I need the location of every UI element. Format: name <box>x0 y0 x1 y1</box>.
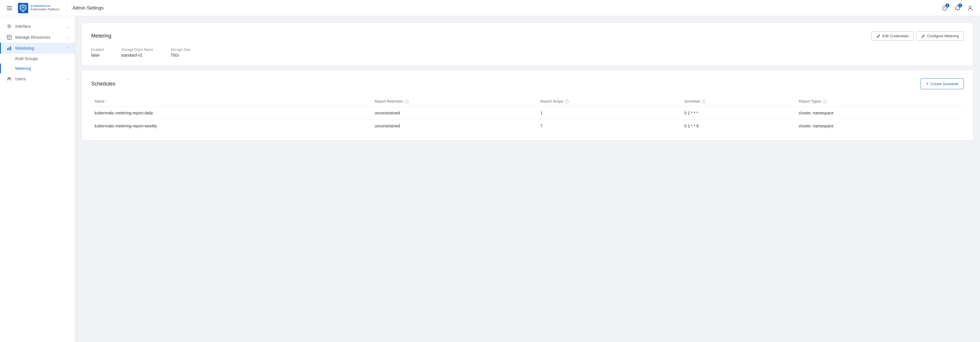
table-icon <box>6 35 12 40</box>
updates-button[interactable]: 2 <box>940 3 950 13</box>
menu-button[interactable] <box>5 4 14 13</box>
cell-retention-0: unconstrained <box>371 107 537 120</box>
report-types-info-icon[interactable]: i <box>823 99 827 104</box>
storage-class-value: standard-v2 <box>121 53 142 58</box>
svg-point-3 <box>9 26 10 27</box>
sidebar-item-users-label: Users <box>15 77 63 81</box>
sidebar-item-monitoring-label: Monitoring <box>15 46 63 51</box>
people-icon <box>6 76 12 82</box>
cell-types-1: cluster, namespace <box>795 120 964 133</box>
cell-schedule-1: 0 1 * * 6 <box>681 120 795 133</box>
sidebar: Interface ⌄ Manage Resources ⌄ <box>0 16 75 342</box>
cell-types-0: cluster, namespace <box>795 107 964 120</box>
metering-card-header: Metering Edit Credentials Configure Mete… <box>91 31 964 41</box>
schedules-card-header: Schedules + Create Schedule <box>91 78 964 89</box>
table-row: kubermatic-metering-report-daily unconst… <box>91 107 964 120</box>
edit-icon <box>877 34 880 38</box>
sidebar-item-manage-resources-label: Manage Resources <box>15 35 63 40</box>
svg-rect-9 <box>10 46 11 50</box>
page-title: Admin Settings <box>72 5 103 11</box>
svg-rect-7 <box>7 48 8 50</box>
schedule-info-icon[interactable]: i <box>702 99 706 104</box>
col-report-scope: Report Scope i <box>537 96 681 107</box>
notifications-button[interactable]: 1 <box>952 3 963 13</box>
sidebar-item-rule-groups[interactable]: Rule Groups <box>0 54 75 64</box>
sidebar-item-interface[interactable]: Interface ⌄ <box>0 21 75 32</box>
user-icon <box>967 5 973 11</box>
storage-size-label: Storage Size <box>170 48 190 52</box>
brand-name: KUBERMATIC <box>30 5 59 8</box>
table-header-row: Name ↑ Report Retention i <box>91 96 964 107</box>
col-report-retention: Report Retention i <box>371 96 537 107</box>
chevron-up-icon: ⌃ <box>66 46 69 50</box>
sort-asc-icon: ↑ <box>106 100 107 103</box>
svg-point-2 <box>969 6 971 8</box>
logo-area: KUBERMATIC Kubernetes Platform <box>18 3 59 13</box>
metering-title: Metering <box>91 33 111 39</box>
logo-text: KUBERMATIC Kubernetes Platform <box>30 5 59 11</box>
header-divider <box>66 4 67 13</box>
notifications-badge: 1 <box>958 3 962 8</box>
metering-info: Enabled false Storage Class Name standar… <box>91 48 964 58</box>
cell-retention-1: unconstrained <box>371 120 537 133</box>
svg-point-10 <box>8 77 10 79</box>
svg-rect-4 <box>7 35 11 39</box>
main-content: Metering Edit Credentials Configure Mete… <box>75 16 980 342</box>
user-button[interactable] <box>965 3 975 13</box>
sidebar-item-users[interactable]: Users ⌄ <box>0 74 75 84</box>
col-name: Name ↑ <box>91 96 371 107</box>
product-name: Kubernetes Platform <box>30 8 59 11</box>
storage-class-label: Storage Class Name <box>121 48 153 52</box>
cell-name-1: kubermatic-metering-report-weekly <box>91 120 371 133</box>
top-header: KUBERMATIC Kubernetes Platform Admin Set… <box>0 0 980 16</box>
sidebar-item-monitoring[interactable]: Monitoring ⌃ <box>0 43 75 54</box>
kubermatic-logo <box>18 3 28 13</box>
cell-name-0: kubermatic-metering-report-daily <box>91 107 371 120</box>
plus-icon: + <box>926 81 929 86</box>
cell-schedule-0: 0 1 * * * <box>681 107 795 120</box>
schedules-card: Schedules + Create Schedule Name ↑ <box>82 70 973 141</box>
col-schedule: Schedule i <box>681 96 795 107</box>
schedules-title: Schedules <box>91 81 115 87</box>
layout: Interface ⌄ Manage Resources ⌄ <box>0 16 980 342</box>
sidebar-item-interface-label: Interface <box>15 24 63 29</box>
configure-metering-button[interactable]: Configure Metering <box>916 31 964 41</box>
metering-card: Metering Edit Credentials Configure Mete… <box>82 23 973 66</box>
sidebar-item-rule-groups-label: Rule Groups <box>15 56 38 61</box>
report-scope-info-icon[interactable]: i <box>565 99 569 104</box>
chevron-down-icon: ⌄ <box>66 35 69 39</box>
svg-rect-8 <box>9 47 10 50</box>
storage-size-value: 75Gi <box>170 53 179 58</box>
configure-icon <box>921 34 925 38</box>
chevron-down-icon: ⌄ <box>66 77 69 81</box>
enabled-group: Enabled false <box>91 48 104 58</box>
header-actions: 2 1 <box>940 3 975 13</box>
enabled-label: Enabled <box>91 48 104 52</box>
enabled-value: false <box>91 53 100 58</box>
create-schedule-label: Create Schedule <box>931 82 958 86</box>
edit-credentials-label: Edit Credentials <box>882 34 909 38</box>
metering-header-buttons: Edit Credentials Configure Metering <box>872 31 964 41</box>
chart-icon <box>6 46 12 51</box>
configure-metering-label: Configure Metering <box>927 34 959 38</box>
storage-class-group: Storage Class Name standard-v2 <box>121 48 153 58</box>
schedules-table: Name ↑ Report Retention i <box>91 96 964 132</box>
updates-badge: 2 <box>945 3 950 8</box>
report-retention-info-icon[interactable]: i <box>405 99 409 104</box>
storage-size-group: Storage Size 75Gi <box>170 48 190 58</box>
sidebar-item-metering-label: Metering <box>15 66 31 71</box>
edit-credentials-button[interactable]: Edit Credentials <box>872 31 914 41</box>
chevron-down-icon: ⌄ <box>66 24 69 28</box>
cell-scope-1: 7 <box>537 120 681 133</box>
create-schedule-button[interactable]: + Create Schedule <box>921 78 964 89</box>
col-report-types: Report Types i <box>795 96 964 107</box>
svg-point-11 <box>10 77 11 78</box>
sidebar-item-manage-resources[interactable]: Manage Resources ⌄ <box>0 32 75 43</box>
sidebar-item-metering[interactable]: Metering <box>0 64 75 74</box>
gear-icon <box>6 24 12 29</box>
table-row: kubermatic-metering-report-weekly uncons… <box>91 120 964 133</box>
cell-scope-0: 1 <box>537 107 681 120</box>
